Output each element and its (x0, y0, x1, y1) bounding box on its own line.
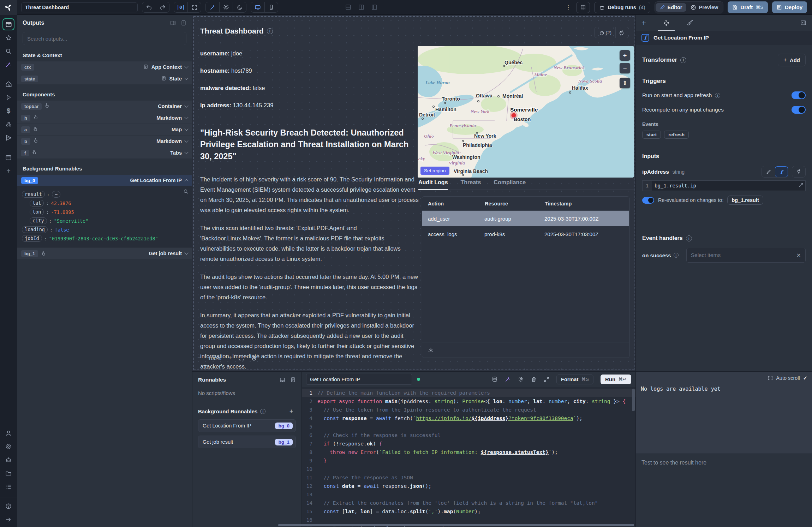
ai-wand-icon[interactable] (2, 59, 14, 71)
map-component[interactable]: QuébecOttawaMontréalNew BrunswickMaineNo… (418, 46, 634, 178)
folders-icon[interactable] (2, 467, 14, 479)
runnable-name-input[interactable]: Get Location From IP (306, 374, 412, 385)
static-input-icon[interactable] (762, 166, 775, 177)
delete-runnable-icon[interactable] (531, 377, 537, 382)
set-region-button[interactable]: Set region (420, 167, 449, 175)
tab-audit-logs[interactable]: Audit Logs (418, 179, 448, 186)
bg0-output-row[interactable]: bg_0 Get Location From IP (17, 174, 192, 186)
map-zoom-out-button[interactable]: − (620, 63, 630, 73)
connect-input-icon[interactable] (792, 166, 805, 177)
table-header-timestamp[interactable]: Timestamp (539, 201, 627, 206)
reeval-dependency-badge[interactable]: bg_1.result (727, 196, 763, 205)
add-nav-icon[interactable]: + (2, 165, 14, 177)
json-node-loading[interactable]: loading:false (22, 226, 187, 233)
map-locate-button[interactable]: ⇧ (620, 78, 630, 88)
doc-runnables-icon[interactable] (290, 377, 296, 383)
input-expression[interactable]: 1 bg_1.result.ip (642, 180, 806, 191)
bottom-horizontal-scrollbar[interactable] (278, 524, 634, 526)
ai-edit-icon[interactable] (505, 376, 511, 382)
clear-select-icon[interactable]: ✕ (796, 252, 801, 259)
fit-view-icon[interactable] (239, 355, 244, 361)
columns-layout-icon[interactable] (358, 4, 364, 10)
collapse-runnables-icon[interactable] (280, 377, 285, 383)
settings-gear-icon[interactable] (2, 441, 14, 453)
recompute-toggle[interactable] (792, 106, 806, 114)
favorites-icon[interactable] (2, 32, 14, 44)
search-outputs-input[interactable]: Search outputs... (23, 32, 186, 45)
code-area[interactable]: 1// Define the main function with the re… (302, 387, 635, 527)
workers-robot-icon[interactable] (2, 454, 14, 466)
format-button[interactable]: Format⌘S (556, 375, 593, 384)
add-transformer-button[interactable]: +Add (778, 54, 806, 66)
component-row-topbar[interactable]: topbarContainer (17, 100, 192, 112)
table-header-action[interactable]: Action (422, 201, 479, 206)
json-node-result[interactable]: result:− (22, 191, 187, 198)
apps-nav-icon[interactable] (2, 18, 14, 30)
expand-logs-icon[interactable] (768, 376, 773, 381)
app-title-input[interactable]: Threat Dashboard (21, 2, 138, 12)
undo-button[interactable] (142, 2, 156, 12)
event-badge-start[interactable]: start (642, 131, 661, 139)
expand-expression-icon[interactable] (799, 183, 803, 187)
editor-settings-icon[interactable] (518, 376, 524, 382)
bg-runnable-item-bg_1[interactable]: Get job resultbg_1 (198, 436, 296, 448)
zero-padding-icon[interactable]: |0| (174, 2, 187, 12)
run-button[interactable]: Run⌘↵ (601, 375, 631, 384)
logs-list-icon[interactable] (2, 481, 14, 493)
desktop-view-icon[interactable] (251, 2, 264, 12)
runs-nav-icon[interactable] (2, 91, 14, 103)
magic-theme-icon[interactable] (206, 2, 219, 12)
selected-component-header[interactable]: f Get Location From IP (636, 31, 812, 44)
json-search-icon[interactable] (183, 189, 189, 194)
debug-runs-button[interactable]: Debug runs(4) (594, 2, 650, 13)
event-badge-refresh[interactable]: refresh (664, 131, 689, 139)
zoom-out-icon[interactable]: − (197, 354, 201, 362)
deploy-button[interactable]: Deploy (772, 1, 807, 13)
markdown-component-b[interactable]: "High-Risk Security Breach Detected: Una… (200, 127, 419, 379)
editor-vertical-scrollbar[interactable] (632, 389, 635, 411)
zoom-in-icon[interactable]: + (228, 354, 232, 362)
map-zoom-in-button[interactable]: + (620, 50, 630, 61)
schedules-nav-icon[interactable] (2, 132, 14, 144)
json-node-jobId[interactable]: jobId:"0199390f-2843-ceac-dc03-cf8b242a1… (22, 235, 187, 242)
collapse-rail-icon[interactable] (2, 514, 14, 526)
editor-tab[interactable]: Editor (656, 3, 687, 12)
resources-nav-icon[interactable] (2, 118, 14, 130)
database-icon[interactable] (492, 376, 498, 382)
reeval-toggle[interactable] (642, 197, 654, 204)
add-background-runnable-button[interactable]: + (287, 407, 296, 416)
output-row-state[interactable]: stateState (17, 73, 192, 84)
bg1-output-row[interactable]: bg_1 Get job result (17, 247, 192, 259)
download-table-icon[interactable] (428, 347, 434, 353)
component-settings-tab[interactable] (663, 15, 670, 31)
output-row-ctx[interactable]: ctxApp Context (17, 61, 192, 73)
on-success-select[interactable]: Select items ✕ (686, 248, 806, 263)
more-menu-icon[interactable]: ⋮ (565, 4, 572, 11)
light-mode-icon[interactable] (219, 2, 233, 12)
component-row-a[interactable]: aMap (17, 124, 192, 135)
json-node-lat[interactable]: lat:42.3876 (22, 200, 187, 206)
insert-component-tab[interactable]: + (641, 15, 646, 31)
draft-button[interactable]: Draft⌘S (728, 1, 768, 13)
calendar-nav-icon[interactable] (2, 151, 14, 163)
search-icon[interactable] (2, 45, 14, 57)
refresh-app-button[interactable]: (2) (595, 27, 616, 38)
expand-editor-icon[interactable] (544, 377, 549, 382)
expand-canvas-icon[interactable] (187, 2, 201, 12)
eval-input-icon[interactable]: f (775, 166, 788, 177)
styling-tab[interactable] (687, 15, 693, 31)
dark-mode-icon[interactable] (233, 2, 246, 12)
tab-threats[interactable]: Threats (461, 179, 481, 186)
json-node-city[interactable]: city:"Somerville" (22, 217, 187, 224)
tab-compliance[interactable]: Compliance (494, 179, 526, 186)
home-nav-icon[interactable] (2, 78, 14, 90)
table-header-resource[interactable]: Resource (479, 201, 539, 206)
markdown-component-h[interactable]: username: jdoehostname: host789malware d… (200, 50, 412, 119)
windmill-logo[interactable] (0, 0, 17, 15)
box-layout-icon[interactable] (371, 4, 377, 10)
docs-button[interactable] (576, 2, 590, 13)
component-row-f[interactable]: fTabs (17, 147, 192, 158)
pan-hand-icon[interactable] (251, 355, 257, 361)
table-row[interactable]: access_logsprod-k8s2025-03-30T17:03:00Z (422, 226, 629, 242)
mobile-view-icon[interactable] (264, 2, 278, 12)
